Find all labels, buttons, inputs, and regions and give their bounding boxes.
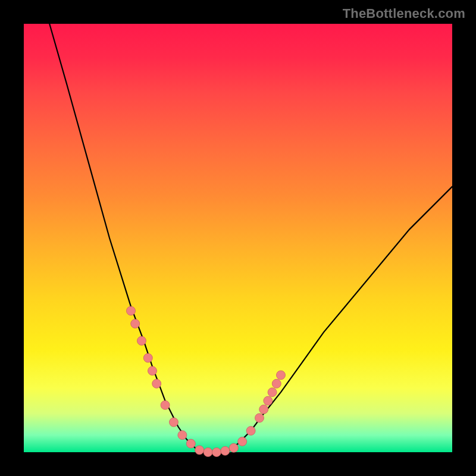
bottleneck-curve [49, 24, 452, 452]
marker-dot [221, 446, 230, 455]
marker-dot [186, 439, 195, 448]
marker-group [127, 306, 286, 457]
plot-area [24, 24, 452, 452]
marker-dot [255, 414, 264, 422]
marker-dot [148, 367, 157, 375]
marker-dot [212, 448, 221, 457]
marker-dot [143, 353, 152, 362]
marker-dot [152, 379, 161, 388]
marker-dot [246, 427, 255, 436]
marker-dot [272, 379, 281, 388]
curve-svg [24, 24, 452, 452]
marker-dot [161, 400, 170, 409]
marker-dot [203, 448, 212, 457]
marker-dot [127, 306, 136, 315]
marker-dot [264, 396, 273, 405]
marker-dot [170, 418, 178, 427]
marker-dot [268, 388, 277, 397]
marker-dot [238, 437, 247, 446]
marker-dot [195, 446, 204, 455]
marker-dot [178, 431, 187, 440]
marker-dot [277, 371, 286, 380]
marker-dot [259, 405, 268, 414]
marker-dot [131, 320, 140, 328]
marker-dot [229, 443, 238, 452]
marker-dot [137, 336, 146, 345]
watermark-text: TheBottleneck.com [343, 6, 465, 21]
chart-stage: TheBottleneck.com [0, 0, 476, 476]
